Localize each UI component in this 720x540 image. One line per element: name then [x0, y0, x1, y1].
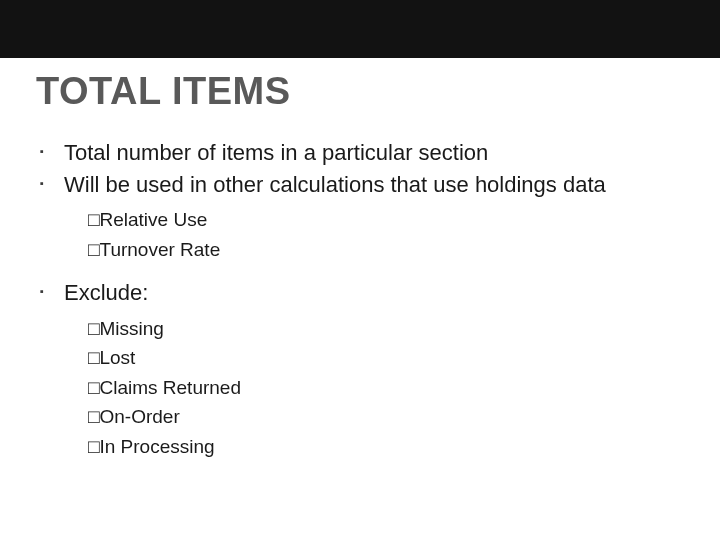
sub-bullet-text: Relative Use — [99, 209, 207, 230]
checkbox-icon: □ — [88, 377, 99, 398]
sub-bullet-text: In Processing — [99, 436, 214, 457]
sub-bullet-text: Missing — [99, 318, 163, 339]
top-black-band — [0, 0, 720, 58]
checkbox-icon: □ — [88, 239, 99, 260]
checkbox-icon: □ — [88, 209, 99, 230]
sub-bullet-item: □Lost — [64, 343, 676, 372]
sub-bullet-item: □On-Order — [64, 402, 676, 431]
sub-bullet-item: □In Processing — [64, 432, 676, 461]
checkbox-icon: □ — [88, 318, 99, 339]
slide: TOTAL ITEMS Total number of items in a p… — [0, 0, 720, 540]
slide-body: Total number of items in a particular se… — [36, 138, 676, 475]
bullet-item: Will be used in other calculations that … — [36, 170, 676, 265]
bullet-text: Total number of items in a particular se… — [64, 140, 488, 165]
sub-bullet-text: Claims Returned — [99, 377, 241, 398]
checkbox-icon: □ — [88, 436, 99, 457]
sub-bullet-item: □Relative Use — [64, 205, 676, 234]
sub-bullet-text: Lost — [99, 347, 135, 368]
sub-bullet-text: On-Order — [99, 406, 179, 427]
bullet-text: Will be used in other calculations that … — [64, 172, 606, 197]
bullet-item: Total number of items in a particular se… — [36, 138, 676, 168]
sub-bullet-text: Turnover Rate — [99, 239, 220, 260]
bullet-item: Exclude: □Missing □Lost □Claims Returned… — [36, 278, 676, 461]
sub-bullet-item: □Missing — [64, 314, 676, 343]
checkbox-icon: □ — [88, 406, 99, 427]
sub-bullet-item: □Claims Returned — [64, 373, 676, 402]
checkbox-icon: □ — [88, 347, 99, 368]
slide-title: TOTAL ITEMS — [36, 70, 291, 113]
sub-bullet-item: □Turnover Rate — [64, 235, 676, 264]
bullet-text: Exclude: — [64, 280, 148, 305]
